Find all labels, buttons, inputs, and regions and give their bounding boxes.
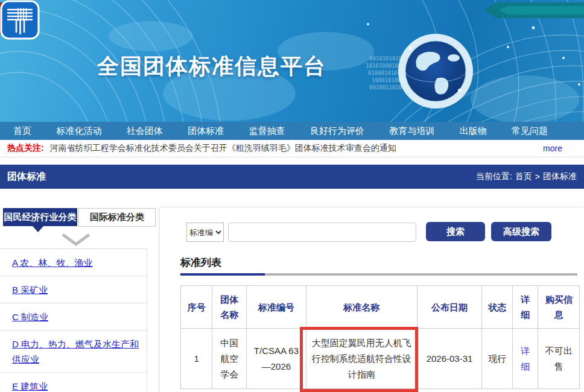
more-link[interactable]: more: [543, 144, 562, 153]
cell-status: 现行: [482, 329, 512, 389]
sidebar-item-agriculture[interactable]: A 农、林、牧、渔业: [0, 249, 147, 276]
cell-org: 中国航空学会: [212, 329, 247, 389]
col-header-status: 状态: [482, 286, 512, 329]
nav-item-good-practice[interactable]: 良好行为评价: [310, 125, 364, 137]
svg-text:0100010101: 0100010101: [368, 70, 401, 76]
cell-standard-name: 大型固定翼民用无人机飞行控制系统适航符合性设计指南: [306, 329, 417, 389]
col-header-index: 序号: [181, 286, 212, 329]
table-header-row: 序号 团体名称 标准编号 标准名称 公布日期 状态 详细 购买信息: [181, 286, 580, 329]
cell-code: T/CSAA 63—2026: [246, 329, 306, 389]
table-row: 1 中国航空学会 T/CSAA 63—2026 大型固定翼民用无人机飞行控制系统…: [181, 329, 580, 389]
col-header-org: 团体名称: [212, 286, 247, 329]
col-header-date: 公布日期: [417, 286, 482, 329]
search-button[interactable]: 搜索: [426, 222, 485, 241]
sidebar-item-construction[interactable]: E 建筑业: [0, 373, 147, 392]
hot-topic-bar: 热点关注: 河南省纺织工程学会标准化技术委员会关于召开《粗洗羽绒羽毛》团体标准技…: [0, 140, 584, 157]
svg-text:1010100010: 1010100010: [366, 63, 398, 69]
breadcrumb: 当前位置: 首页 > 团体标准: [476, 171, 577, 182]
tab-international-classification[interactable]: 国际标准分类: [78, 208, 156, 227]
svg-text:0010011010: 0010011010: [369, 84, 402, 90]
page: 0010101010 1010100010 0100010101 1000101…: [0, 0, 584, 392]
detail-link[interactable]: 详细: [521, 346, 530, 371]
search-field-select[interactable]: 标准编号: [186, 223, 224, 242]
site-title: 全国团体标准信息平台: [97, 52, 326, 81]
tab-national-economy-classification[interactable]: 国民经济行业分类: [3, 208, 77, 226]
nav-item-group-standards[interactable]: 团体标准: [188, 125, 224, 137]
page-title: 团体标准: [7, 171, 46, 183]
breadcrumb-current-link[interactable]: 团体标准: [543, 171, 577, 182]
breadcrumb-separator: >: [535, 172, 540, 182]
active-tab-pointer: [33, 226, 43, 232]
nav-item-publications[interactable]: 出版物: [460, 125, 487, 137]
nav-item-home[interactable]: 首页: [13, 125, 31, 137]
advanced-search-button[interactable]: 高级搜索: [491, 222, 551, 241]
col-header-purchase: 购买信息: [538, 286, 580, 329]
nav-item-activities[interactable]: 标准化活动: [56, 125, 101, 137]
cell-detail: 详细: [512, 329, 538, 389]
nav-item-education[interactable]: 教育与培训: [389, 125, 434, 137]
nav-item-faq[interactable]: 常见问题: [512, 125, 548, 137]
arrow-decoration: [484, 2, 584, 18]
main-panel: 标准编号 搜索 高级搜索 标准列表 序号 团体名称 标准编号 标准名称 公布日期…: [159, 207, 584, 392]
chevron-down-icon: [60, 232, 92, 248]
search-input[interactable]: [228, 223, 416, 242]
sidebar-item-mining[interactable]: B 采矿业: [0, 276, 147, 303]
col-header-name: 标准名称: [306, 286, 417, 329]
binary-texture: 0010101010: [369, 55, 402, 62]
col-header-detail: 详细: [512, 286, 538, 329]
heading-rule: [180, 273, 577, 276]
platform-logo-icon: [0, 0, 40, 40]
header-banner: 0010101010 1010100010 0100010101 1000101…: [0, 0, 584, 122]
hot-topic-notice[interactable]: 河南省纺织工程学会标准化技术委员会关于召开《粗洗羽绒羽毛》团体标准技术审查会的通…: [50, 143, 396, 154]
hot-topic-label: 热点关注:: [7, 143, 44, 154]
col-header-code: 标准编号: [246, 286, 306, 329]
sidebar-item-utilities[interactable]: D 电力、热力、燃气及水生产和供应业: [0, 330, 147, 373]
breadcrumb-label: 当前位置:: [476, 171, 512, 182]
industry-category-list: A 农、林、牧、渔业 B 采矿业 C 制造业 D 电力、热力、燃气及水生产和供应…: [0, 248, 147, 392]
cell-date: 2026-03-31: [417, 329, 482, 389]
nav-item-supervision[interactable]: 监督抽查: [249, 125, 285, 137]
breadcrumb-home-link[interactable]: 首页: [515, 171, 532, 182]
breadcrumb-bar: 团体标准 当前位置: 首页 > 团体标准: [0, 165, 584, 189]
standard-list-heading: 标准列表: [180, 256, 221, 270]
main-nav: 首页 标准化活动 社会团体 团体标准 监督抽查 良好行为评价 教育与培训 出版物…: [0, 122, 584, 140]
globe-icon: [398, 34, 473, 109]
cell-purchase-info: 不可出售: [538, 329, 580, 389]
sidebar-item-manufacturing[interactable]: C 制造业: [0, 303, 147, 330]
cell-index: 1: [181, 329, 212, 389]
nav-item-social-orgs[interactable]: 社会团体: [127, 125, 163, 137]
heading-rule-accent: [180, 273, 265, 276]
standards-table: 序号 团体名称 标准编号 标准名称 公布日期 状态 详细 购买信息 1 中国航空…: [180, 285, 580, 389]
